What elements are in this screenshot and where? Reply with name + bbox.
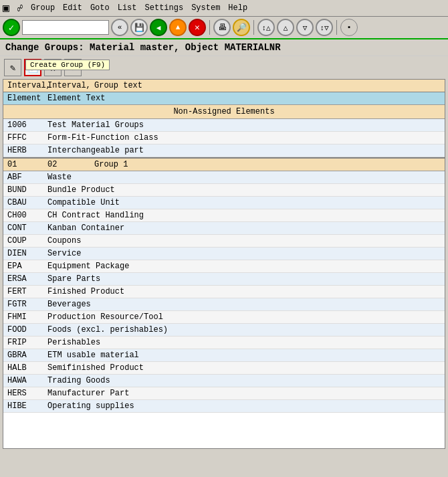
row-text: Manufacturer Part	[43, 387, 445, 399]
separator2	[253, 20, 254, 35]
group-row[interactable]: CBAUCompatible Unit	[3, 197, 445, 209]
row-text: Spare Parts	[43, 273, 445, 285]
group-row[interactable]: FHMIProduction Resource/Tool	[3, 311, 445, 324]
menu-goto[interactable]: Goto	[90, 3, 110, 13]
prev-page-button[interactable]: △	[277, 19, 294, 36]
header-col3: Group text	[90, 80, 445, 92]
group-row[interactable]: EPAEquipment Package	[3, 260, 445, 273]
row-code: CONT	[3, 222, 43, 234]
command-input[interactable]	[22, 20, 109, 35]
group-row[interactable]: CH00CH Contract Handling	[3, 209, 445, 222]
group-header-col3: Group 1	[90, 159, 445, 171]
row-code: GBRA	[3, 349, 43, 361]
row-code: FERT	[3, 286, 43, 298]
group-row[interactable]: FRIPPerishables	[3, 337, 445, 349]
confirm-button[interactable]: ✓	[3, 19, 20, 36]
group-row[interactable]: GBRAETM usable material	[3, 349, 445, 362]
row-text: Kanban Container	[43, 222, 445, 234]
row-code: ABF	[3, 171, 43, 183]
row-text: Interchangeable part	[43, 145, 445, 157]
row-text: Coupons	[43, 235, 445, 247]
row-text: ETM usable material	[43, 349, 445, 361]
row-text: Bundle Product	[43, 184, 445, 196]
group-header-col1: 01	[3, 159, 43, 171]
menu-icon-p: ☍	[17, 3, 23, 14]
group-row[interactable]: ABFWaste	[3, 171, 445, 184]
subheader-col1: Element	[3, 92, 43, 104]
row-code: BUND	[3, 184, 43, 196]
row-code: HERB	[3, 145, 43, 157]
row-code: COUP	[3, 235, 43, 247]
row-code: FRIP	[3, 337, 43, 349]
row-text: Production Resource/Tool	[43, 311, 445, 323]
row-code: CBAU	[3, 197, 43, 209]
menu-list[interactable]: List	[118, 3, 137, 13]
group-row[interactable]: COUPCoupons	[3, 235, 445, 248]
non-assigned-row[interactable]: 1006Test Material Groups	[3, 119, 445, 132]
menu-help[interactable]: Help	[228, 3, 247, 13]
find-button[interactable]: 🔎	[233, 19, 250, 36]
row-code: HERS	[3, 387, 43, 399]
group-row[interactable]: FGTRBeverages	[3, 298, 445, 311]
row-code: CH00	[3, 209, 43, 221]
non-assigned-rows: 1006Test Material GroupsFFFCForm-Fit-Fun…	[3, 119, 445, 157]
separator1	[209, 20, 210, 35]
non-assigned-label: Non-Assigned Elements	[3, 105, 445, 119]
group-rows: ABFWasteBUNDBundle ProductCBAUCompatible…	[3, 171, 445, 413]
row-code: HALB	[3, 362, 43, 374]
group-row[interactable]: BUNDBundle Product	[3, 184, 445, 197]
row-text: Beverages	[43, 298, 445, 310]
group-row[interactable]: HERSManufacturer Part	[3, 387, 445, 400]
row-text: Operating supplies	[43, 400, 445, 412]
row-code: EPA	[3, 260, 43, 272]
row-text: Form-Fit-Function class	[43, 132, 445, 144]
cancel-button[interactable]: ✕	[189, 19, 206, 36]
non-assigned-row[interactable]: FFFCForm-Fit-Function class	[3, 132, 445, 145]
row-text: Compatible Unit	[43, 197, 445, 209]
save-button[interactable]: 💾	[130, 19, 148, 36]
group-row[interactable]: FERTFinished Product	[3, 286, 445, 298]
group-row[interactable]: CONTKanban Container	[3, 222, 445, 235]
main-table: Interval, Interval, Group text Element E…	[3, 79, 445, 449]
menu-icon-area: ▣	[3, 1, 9, 15]
group-row[interactable]: HAWATrading Goods	[3, 375, 445, 387]
menu-edit[interactable]: Edit	[63, 3, 82, 13]
group-row[interactable]: HALBSemifinished Product	[3, 362, 445, 375]
row-text: Semifinished Product	[43, 362, 445, 374]
extra-button[interactable]: ▪	[340, 19, 358, 36]
menu-bar: ▣ ☍ Group Edit Goto List Settings System…	[0, 0, 448, 17]
print-button[interactable]: 🖶	[213, 19, 231, 36]
up-button[interactable]: ▲	[169, 19, 187, 36]
group-row[interactable]: ERSASpare Parts	[3, 273, 445, 286]
create-group-tooltip: Create Group (F9)	[25, 60, 110, 70]
group-row[interactable]: FOODFoods (excl. perishables)	[3, 324, 445, 337]
row-text: Test Material Groups	[43, 119, 445, 131]
first-page-button[interactable]: ↕△	[257, 19, 275, 36]
group-row[interactable]: HIBEOperating supplies	[3, 400, 445, 413]
row-code: DIEN	[3, 248, 43, 260]
page-title: Change Groups: Material master, Object M…	[0, 39, 448, 56]
group-header: 01 02 Group 1	[3, 157, 445, 171]
toolbar: ✓ « 💾 ◀ ▲ ✕ 🖶 🔎 ↕△ △ ▽ ↕▽ ▪	[0, 17, 448, 39]
group-header-col2: 02	[43, 159, 90, 171]
back-button[interactable]: ◀	[150, 19, 167, 36]
menu-group[interactable]: Group	[31, 3, 55, 13]
prev-prev-button[interactable]: «	[111, 19, 128, 36]
row-text: Finished Product	[43, 286, 445, 298]
last-page-button[interactable]: ↕▽	[316, 19, 333, 36]
group-row[interactable]: DIENService	[3, 248, 445, 260]
row-text: Perishables	[43, 337, 445, 349]
row-text: Waste	[43, 171, 445, 183]
non-assigned-row[interactable]: HERBInterchangeable part	[3, 145, 445, 157]
next-page-button[interactable]: ▽	[296, 19, 314, 36]
row-text: CH Contract Handling	[43, 209, 445, 221]
subheader-col2: Element Text	[43, 92, 445, 104]
menu-settings[interactable]: Settings	[145, 3, 184, 13]
row-text: Trading Goods	[43, 375, 445, 387]
row-code: FHMI	[3, 311, 43, 323]
header-col1: Interval,	[3, 80, 43, 92]
row-text: Equipment Package	[43, 260, 445, 272]
row-code: HIBE	[3, 400, 43, 412]
menu-system[interactable]: System	[191, 3, 220, 13]
edit-pencil-button[interactable]: ✎	[4, 59, 21, 76]
